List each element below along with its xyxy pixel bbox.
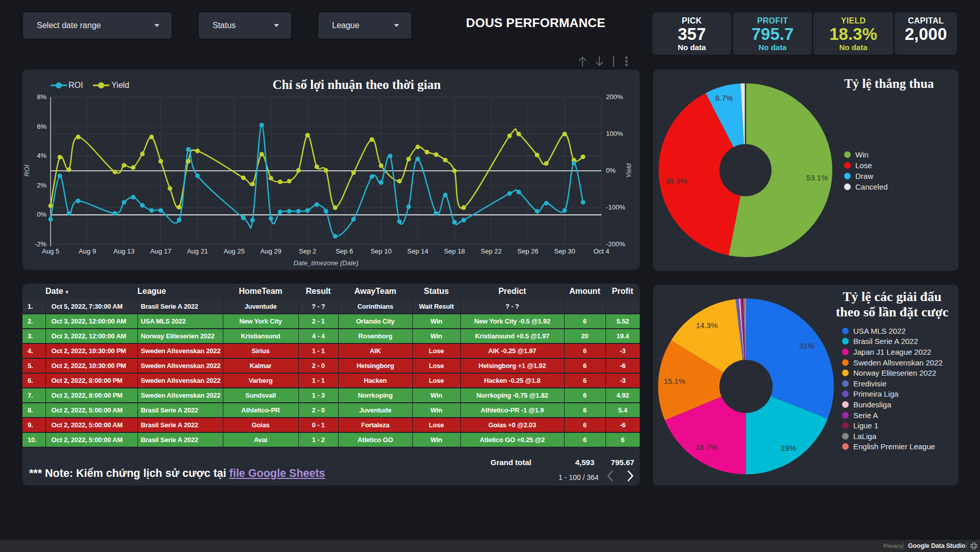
svg-text:Sep 10: Sep 10 (370, 247, 391, 255)
svg-text:200%: 200% (606, 93, 623, 101)
svg-text:Aug 13: Aug 13 (113, 247, 134, 255)
svg-text:Sep 26: Sep 26 (518, 247, 539, 255)
svg-text:Sep 6: Sep 6 (336, 247, 353, 255)
svg-text:Date_timezone (Date): Date_timezone (Date) (293, 259, 358, 267)
svg-text:8%: 8% (37, 93, 46, 101)
svg-text:Sep 22: Sep 22 (481, 247, 502, 255)
svg-text:4%: 4% (37, 152, 46, 159)
svg-text:6%: 6% (37, 123, 46, 130)
svg-text:Sep 14: Sep 14 (407, 247, 428, 255)
svg-text:Yield: Yield (111, 81, 129, 89)
svg-text:Yield: Yield (625, 163, 633, 178)
svg-text:Aug 21: Aug 21 (187, 247, 208, 255)
svg-text:Aug 9: Aug 9 (79, 247, 96, 255)
svg-text:-100%: -100% (606, 203, 625, 211)
svg-text:Sep 18: Sep 18 (444, 247, 465, 255)
svg-text:-2%: -2% (35, 240, 47, 248)
svg-text:ROI: ROI (68, 81, 83, 89)
svg-text:2%: 2% (37, 181, 46, 189)
svg-text:Oct 4: Oct 4 (593, 247, 609, 255)
svg-text:Sep 30: Sep 30 (554, 247, 575, 255)
svg-text:100%: 100% (606, 130, 623, 137)
svg-text:Sep 2: Sep 2 (299, 247, 316, 255)
svg-text:0%: 0% (37, 211, 46, 218)
svg-text:0%: 0% (606, 167, 616, 174)
svg-text:Aug 25: Aug 25 (224, 247, 245, 255)
svg-text:ROI: ROI (23, 165, 31, 177)
svg-text:Aug 17: Aug 17 (150, 247, 171, 255)
svg-text:Aug 5: Aug 5 (42, 247, 59, 255)
svg-text:Aug 29: Aug 29 (261, 247, 282, 255)
svg-text:-200%: -200% (606, 240, 625, 248)
